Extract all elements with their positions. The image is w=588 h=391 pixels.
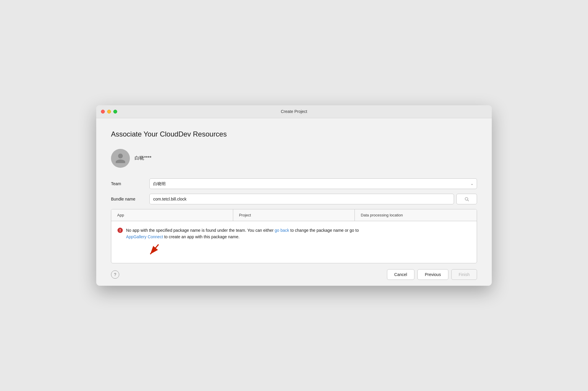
main-window: Create Project Associate Your CloudDev R… [96, 105, 492, 286]
bundle-label: Bundle name [111, 197, 149, 201]
col-project: Project [233, 209, 355, 221]
team-select[interactable]: 白晓明 [149, 178, 477, 189]
user-name: 白晓**** [135, 155, 151, 161]
window-title: Create Project [281, 109, 307, 114]
team-row: Team 白晓明 ⌄ [111, 178, 477, 189]
team-label: Team [111, 181, 149, 186]
table-header: App Project Data processing location [111, 209, 477, 221]
arrow-annotation [147, 243, 471, 257]
previous-button[interactable]: Previous [417, 269, 448, 280]
maximize-button[interactable] [113, 110, 117, 114]
minimize-button[interactable] [107, 110, 111, 114]
error-text: No app with the specified package name i… [126, 227, 359, 240]
results-table: App Project Data processing location ! N… [111, 209, 477, 264]
col-data-processing: Data processing location [355, 209, 477, 221]
user-section: 白晓**** [111, 149, 477, 168]
error-middle: to change the package name or go to [289, 228, 359, 233]
close-button[interactable] [101, 110, 105, 114]
bundle-input[interactable] [149, 194, 454, 204]
col-app: App [111, 209, 233, 221]
error-message-container: ! No app with the specified package name… [117, 227, 471, 240]
avatar-icon [115, 152, 126, 164]
help-button[interactable]: ? [111, 270, 119, 279]
titlebar: Create Project [96, 105, 492, 118]
svg-line-1 [468, 200, 469, 201]
red-arrow-icon [147, 243, 161, 256]
go-back-link[interactable]: go back [275, 228, 289, 233]
error-suffix: to create an app with this package name. [163, 234, 239, 239]
appgallery-connect-link[interactable]: AppGallery Connect [126, 234, 163, 239]
bundle-control-wrapper [149, 194, 477, 204]
bundle-row: Bundle name [111, 194, 477, 204]
team-select-wrapper: 白晓明 ⌄ [149, 178, 477, 189]
error-icon: ! [117, 227, 123, 233]
search-icon [464, 197, 469, 201]
main-content: Associate Your CloudDev Resources 白晓****… [96, 118, 492, 264]
table-body: ! No app with the specified package name… [111, 221, 477, 263]
team-control-wrapper: 白晓明 ⌄ [149, 178, 477, 189]
footer-right: Cancel Previous Finish [387, 269, 477, 280]
error-prefix: No app with the specified package name i… [126, 228, 275, 233]
form-section: Team 白晓明 ⌄ Bundle name [111, 178, 477, 264]
footer-left: ? [111, 270, 119, 279]
search-button[interactable] [456, 194, 477, 204]
svg-text:!: ! [120, 228, 121, 233]
svg-line-5 [150, 244, 159, 254]
page-title: Associate Your CloudDev Resources [111, 130, 477, 138]
avatar [111, 149, 130, 168]
cancel-button[interactable]: Cancel [387, 269, 415, 280]
traffic-lights [101, 110, 117, 114]
finish-button[interactable]: Finish [451, 269, 477, 280]
footer: ? Cancel Previous Finish [96, 263, 492, 286]
